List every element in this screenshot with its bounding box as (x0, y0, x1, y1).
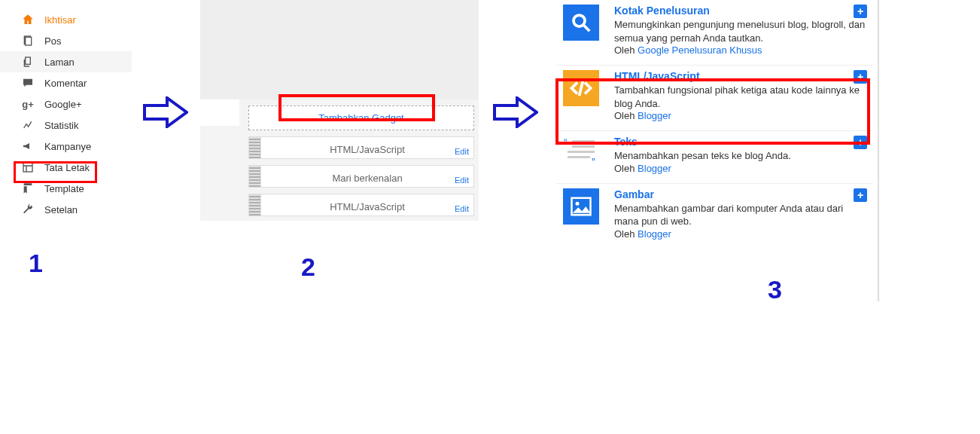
edit-link[interactable]: Edit (455, 147, 469, 156)
highlight-add-gadget (278, 94, 435, 121)
sidebar-item-label: Laman (44, 57, 75, 68)
gadget-by: Oleh Google Penelusuran Khusus (614, 44, 867, 56)
widget-title: HTML/JavaScript (267, 144, 467, 155)
drag-handle-icon[interactable] (248, 136, 261, 159)
step-number: 1 (29, 249, 43, 278)
megaphone-icon (21, 139, 35, 153)
widget-title: Mari berkenalan (267, 173, 467, 184)
widget-row: Mari berkenalan Edit (248, 165, 474, 188)
gadget-desc: Menambahkan gambar dari komputer Anda at… (614, 202, 867, 228)
gadget-author-link[interactable]: Blogger (638, 163, 671, 174)
svg-text:”: ” (592, 156, 595, 168)
comment-icon (21, 76, 35, 90)
widget-row: HTML/JavaScript Edit (248, 136, 474, 159)
svg-point-4 (574, 15, 585, 26)
google-plus-icon: g+ (21, 97, 35, 111)
gadget-author-link[interactable]: Blogger (638, 228, 671, 240)
sidebar: Ikhtisar Pos Laman Komentar g+ Google+ S… (0, 0, 132, 434)
svg-rect-2 (26, 57, 31, 64)
arrow-icon (493, 96, 538, 130)
document-icon (21, 34, 35, 47)
gadget-item-search: Kotak Penelusuran Memungkinkan pengunjun… (557, 0, 873, 66)
template-icon (21, 182, 35, 195)
edit-link[interactable]: Edit (455, 204, 469, 213)
sidebar-item-google[interactable]: g+ Google+ (0, 93, 132, 115)
gadget-desc: Memungkinkan pengunjung menelusuri blog,… (614, 18, 867, 44)
highlight-gadget-html (555, 78, 870, 145)
gadget-title[interactable]: Gambar (614, 188, 867, 200)
arrow-icon (143, 96, 188, 130)
widget-box: HTML/JavaScript Edit (261, 194, 474, 216)
step-number: 3 (768, 275, 782, 304)
svg-rect-1 (26, 37, 32, 45)
sidebar-item-label: Kampanye (44, 141, 91, 152)
copy-icon (21, 55, 35, 69)
drag-handle-icon[interactable] (248, 194, 261, 216)
scrollbar[interactable] (878, 0, 879, 301)
svg-point-12 (576, 201, 580, 205)
sidebar-item-label: Template (44, 183, 84, 194)
sidebar-item-statistik[interactable]: Statistik (0, 115, 132, 136)
gadget-by: Oleh Blogger (614, 163, 867, 174)
add-button[interactable]: + (854, 188, 867, 202)
sidebar-item-setelan[interactable]: Setelan (0, 199, 132, 220)
step-number: 2 (301, 252, 315, 282)
sidebar-item-label: Pos (44, 35, 61, 47)
add-button[interactable]: + (854, 5, 867, 18)
widget-box: Mari berkenalan Edit (261, 165, 474, 188)
svg-rect-7 (572, 145, 595, 148)
gadget-item-gambar: Gambar Menambahkan gambar dari komputer … (557, 184, 873, 249)
image-icon (563, 188, 599, 225)
sidebar-item-komentar[interactable]: Komentar (0, 72, 132, 93)
svg-rect-9 (568, 156, 590, 158)
gadget-title[interactable]: Kotak Penelusuran (614, 5, 867, 17)
widget-row: HTML/JavaScript Edit (248, 194, 474, 216)
svg-rect-8 (568, 151, 595, 153)
sidebar-item-label: Komentar (44, 78, 87, 89)
edit-link[interactable]: Edit (455, 176, 469, 185)
drag-handle-icon[interactable] (248, 165, 261, 188)
sidebar-item-label: Google+ (44, 99, 82, 110)
layout-corner (200, 99, 239, 126)
sidebar-item-label: Ikhtisar (44, 14, 76, 26)
gadget-desc: Menambahkan pesan teks ke blog Anda. (614, 149, 867, 163)
widget-title: HTML/JavaScript (267, 201, 467, 212)
search-icon (563, 5, 599, 41)
sidebar-item-ikhtisar[interactable]: Ikhtisar (0, 9, 132, 30)
gadget-author-link[interactable]: Google Penelusuran Khusus (638, 44, 762, 56)
sidebar-item-kampanye[interactable]: Kampanye (0, 136, 132, 157)
gadget-by: Oleh Blogger (614, 228, 867, 240)
sidebar-item-label: Setelan (44, 204, 78, 215)
wrench-icon (21, 203, 35, 216)
highlight-sidebar-tataletak (14, 161, 97, 183)
sidebar-item-pos[interactable]: Pos (0, 30, 132, 51)
widget-box: HTML/JavaScript Edit (261, 136, 474, 159)
home-icon (21, 13, 35, 26)
layout-preview (200, 0, 479, 99)
sidebar-item-laman[interactable]: Laman (0, 51, 132, 72)
sidebar-item-label: Statistik (44, 120, 79, 131)
chart-icon (21, 118, 35, 132)
